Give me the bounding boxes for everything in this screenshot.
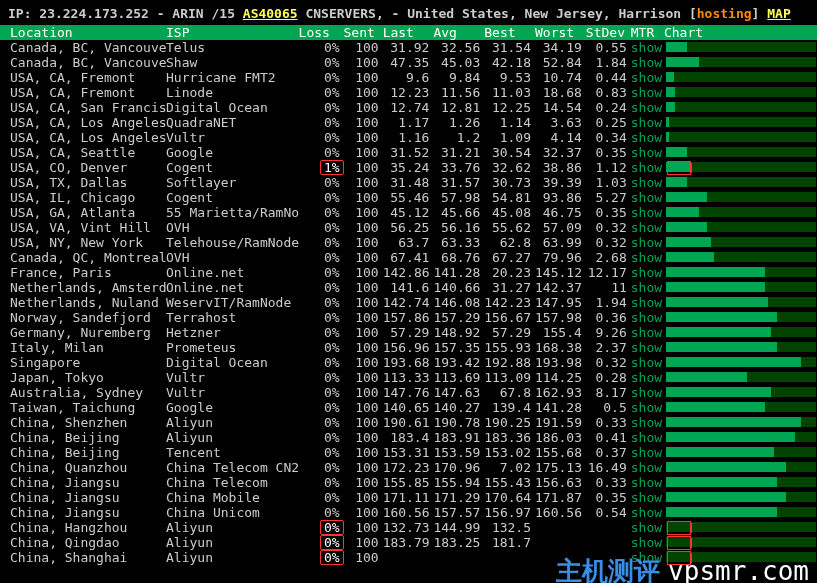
chart-bar [666,357,801,367]
mtr-show-link[interactable]: show [631,520,664,535]
last-cell: 172.23 [383,460,434,475]
chart-bar-bg [666,192,816,202]
chart-bar [666,507,777,517]
avg-cell: 113.69 [433,370,484,385]
loss-cell: 0% [299,520,344,535]
table-row: USA, NY, New YorkTelehouse/RamNode0%1006… [0,235,817,250]
mtr-show-link[interactable]: show [631,100,664,115]
sent-cell: 100 [344,505,383,520]
mtr-show-link[interactable]: show [631,370,664,385]
mtr-show-link[interactable]: show [631,145,664,160]
mtr-show-link[interactable]: show [631,310,664,325]
loss-cell: 0% [299,250,344,265]
worst-cell: 93.86 [535,190,586,205]
chart-cell [664,40,817,55]
last-cell: 12.74 [383,100,434,115]
worst-cell: 155.68 [535,445,586,460]
chart-cell [664,235,817,250]
mtr-show-link[interactable]: show [631,340,664,355]
sent-cell: 100 [344,325,383,340]
asn-link[interactable]: AS40065 [243,6,298,21]
loss-cell: 0% [299,415,344,430]
mtr-show-link[interactable]: show [631,250,664,265]
chart-bar-bg [666,162,816,172]
mtr-show-link[interactable]: show [631,475,664,490]
last-cell: 153.31 [383,445,434,460]
isp-cell: OVH [166,220,299,235]
worst-cell: 79.96 [535,250,586,265]
mtr-show-link[interactable]: show [631,265,664,280]
col-sent: Sent [344,25,383,40]
table-row: Italy, MilanPrometeus0%100156.96157.3515… [0,340,817,355]
loss-cell: 0% [299,145,344,160]
best-cell: 1.09 [484,130,535,145]
chart-bar [666,57,699,67]
isp-cell: Online.net [166,280,299,295]
loss-cell: 0% [299,235,344,250]
last-cell: 147.76 [383,385,434,400]
chart-bar-bg [666,387,816,397]
last-cell: 67.41 [383,250,434,265]
sent-cell: 100 [344,430,383,445]
sent-cell: 100 [344,370,383,385]
stdev-cell: 16.49 [586,460,631,475]
chart-cell [664,490,817,505]
mtr-show-link[interactable]: show [631,85,664,100]
chart-cell [664,385,817,400]
mtr-show-link[interactable]: show [631,205,664,220]
mtr-show-link[interactable]: show [631,400,664,415]
avg-cell: 1.26 [433,115,484,130]
sent-cell: 100 [344,445,383,460]
chart-bar [666,402,765,412]
mtr-show-link[interactable]: show [631,160,664,175]
mtr-show-link[interactable]: show [631,295,664,310]
mtr-show-link[interactable]: show [631,40,664,55]
mtr-show-link[interactable]: show [631,325,664,340]
chart-bar-bg [666,312,816,322]
avg-cell: 193.42 [433,355,484,370]
mtr-show-link[interactable]: show [631,505,664,520]
isp-cell: China Unicom [166,505,299,520]
mtr-show-link[interactable]: show [631,385,664,400]
mtr-show-link[interactable]: show [631,445,664,460]
mtr-show-link[interactable]: show [631,490,664,505]
mtr-show-link[interactable]: show [631,355,664,370]
mtr-show-link[interactable]: show [631,235,664,250]
chart-cell [664,475,817,490]
isp-cell: Aliyun [166,520,299,535]
location-cell: China, Quanzhou [10,460,166,475]
chart-bar [666,162,690,172]
mtr-show-link[interactable]: show [631,190,664,205]
stdev-cell: 0.35 [586,490,631,505]
mtr-show-link[interactable]: show [631,70,664,85]
chart-cell [664,220,817,235]
mtr-show-link[interactable]: show [631,430,664,445]
mtr-show-link[interactable]: show [631,535,664,550]
mtr-show-link[interactable]: show [631,415,664,430]
mtr-show-link[interactable]: show [631,460,664,475]
last-cell: 31.92 [383,40,434,55]
chart-bar-bg [666,147,816,157]
isp-cell: Aliyun [166,550,299,565]
map-link[interactable]: MAP [767,6,790,21]
worst-cell: 186.03 [535,430,586,445]
mtr-show-link[interactable]: show [631,280,664,295]
mtr-show-link[interactable]: show [631,55,664,70]
sent-cell: 100 [344,385,383,400]
chart-bar [666,177,687,187]
chart-bar [666,252,714,262]
loss-cell: 0% [299,460,344,475]
mtr-show-link[interactable]: show [631,115,664,130]
loss-cell: 0% [299,475,344,490]
mtr-show-link[interactable]: show [631,130,664,145]
mtr-show-link[interactable]: show [631,220,664,235]
chart-cell [664,400,817,415]
table-row: USA, CA, FremontHurricane FMT20%1009.69.… [0,70,817,85]
last-cell: 157.86 [383,310,434,325]
chart-bar [666,282,765,292]
last-cell: 12.23 [383,85,434,100]
location-cell: China, Shanghai [10,550,166,565]
stdev-cell: 0.41 [586,430,631,445]
mtr-show-link[interactable]: show [631,175,664,190]
avg-cell: 31.57 [433,175,484,190]
